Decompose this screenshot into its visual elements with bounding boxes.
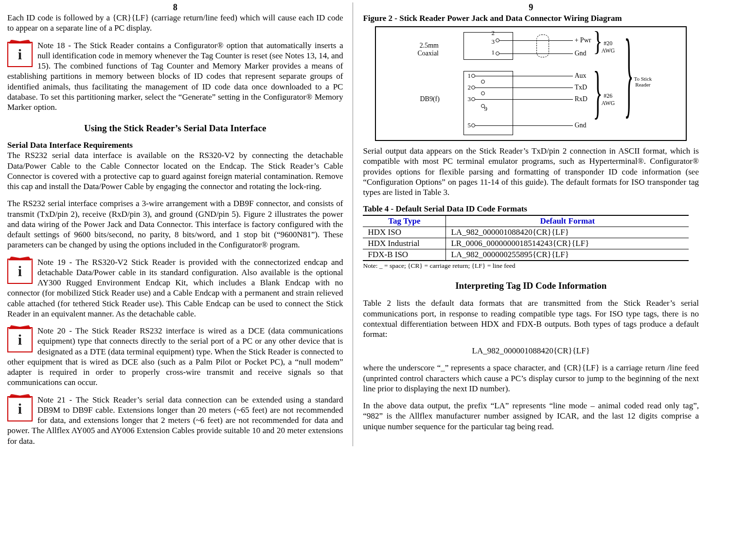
note-19-text: Note 19 - The RS320-V2 Stick Reader is p… — [7, 258, 343, 318]
sig-gnd1: Gnd — [574, 50, 586, 57]
table-row: HDX Industrial LR_0006_0000000018514243{… — [363, 238, 689, 249]
pin-db-2: 2 — [467, 84, 471, 91]
pin-top-2: 2 — [491, 29, 495, 37]
note-18-text: Note 18 - The Stick Reader contains a Co… — [7, 41, 343, 112]
page-left: 8 Each ID code is followed by a {CR}{LF}… — [0, 2, 350, 446]
heading-interpreting: Interpreting Tag ID Code Information — [363, 280, 698, 291]
pin-top-3: 3 — [491, 38, 495, 46]
where-paragraph: where the underscore “_” represents a sp… — [363, 363, 698, 394]
column-divider — [353, 2, 353, 446]
sig-pwr: + Pwr — [574, 36, 591, 44]
table-note: Note: _ = space; {CR} = carriage return;… — [363, 262, 698, 270]
page-number-left: 8 — [7, 2, 343, 13]
pin-db-5: 5 — [467, 122, 471, 129]
intro-paragraph: Each ID code is followed by a {CR}{LF} (… — [7, 13, 343, 34]
db9-label: DB9(f) — [420, 95, 439, 103]
table-4-caption: Table 4 - Default Serial Data ID Code Fo… — [363, 204, 698, 214]
page-right: 9 Figure 2 - Stick Reader Power Jack and… — [356, 2, 706, 446]
sig-rxd: RxD — [574, 95, 587, 103]
info-icon: i — [7, 42, 33, 67]
awg-20: #20 AWG — [601, 40, 615, 54]
note-18: i Note 18 - The Stick Reader contains a … — [7, 40, 343, 113]
table-row: HDX ISO LA_982_000001088420{CR}{LF} — [363, 227, 689, 238]
heading-requirements: Serial Data Interface Requirements — [7, 140, 343, 150]
note-20-text: Note 20 - The Stick Reader RS232 interfa… — [7, 326, 343, 387]
page-number-right: 9 — [363, 2, 698, 13]
pin-db-1: 1 — [467, 72, 471, 80]
requirements-paragraph: The RS232 serial data interface is avail… — [7, 150, 343, 192]
note-21-text: Note 21 - The Stick Reader’s serial data… — [7, 395, 343, 446]
note-19: i Note 19 - The RS320-V2 Stick Reader is… — [7, 257, 343, 319]
above-output-paragraph: In the above data output, the prefix “LA… — [363, 401, 698, 432]
sample-format: LA_982_000001088420{CR}{LF} — [363, 346, 698, 356]
info-icon: i — [7, 396, 33, 421]
note-21: i Note 21 - The Stick Reader’s serial da… — [7, 395, 343, 446]
to-stick-reader: To Stick Reader — [634, 76, 652, 88]
figure-2-diagram: 2.5mm Coaxial DB9(f) 2 3 1 1 2 3 9 5 + P… — [375, 26, 686, 141]
coax-connector-box — [463, 32, 513, 60]
interface-paragraph: The RS232 serial interface comprises a 3… — [7, 198, 343, 250]
table-4: Tag Type Default Format HDX ISO LA_982_0… — [363, 215, 689, 261]
th-tag-type: Tag Type — [363, 215, 446, 227]
info-icon: i — [7, 327, 33, 352]
coax-label: 2.5mm Coaxial — [417, 42, 439, 57]
serial-output-paragraph: Serial output data appears on the Stick … — [363, 146, 698, 197]
info-icon: i — [7, 259, 33, 284]
table-row: FDX-B ISO LA_982_000000255895{CR}{LF} — [363, 249, 689, 261]
sig-txd: TxD — [574, 84, 587, 91]
th-default-format: Default Format — [446, 215, 689, 227]
heading-serial-interface: Using the Stick Reader’s Serial Data Int… — [7, 123, 343, 134]
sig-aux: Aux — [574, 72, 586, 80]
sig-gnd2: Gnd — [574, 122, 586, 129]
note-20: i Note 20 - The Stick Reader RS232 inter… — [7, 326, 343, 388]
figure-2-caption: Figure 2 - Stick Reader Power Jack and D… — [363, 14, 698, 23]
awg-26: #26 AWG — [601, 92, 615, 107]
pin-db-3: 3 — [467, 95, 471, 103]
pin-top-1: 1 — [491, 49, 495, 56]
table2-paragraph: Table 2 lists the default data formats t… — [363, 298, 698, 339]
